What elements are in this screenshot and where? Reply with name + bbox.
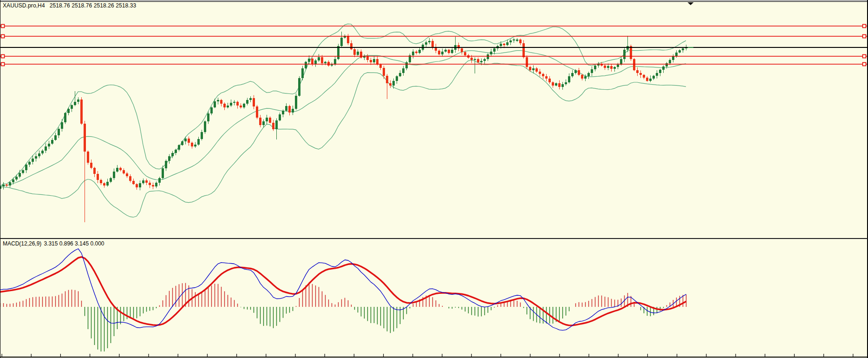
chart-shift-marker [688, 2, 694, 5]
macd-values: 3.315 0.896 3.145 0.000 [44, 240, 104, 247]
hline-handle[interactable] [1, 25, 5, 28]
macd-indicator-label: MACD(12,26,9)3.315 0.896 3.145 0.000 [3, 240, 104, 247]
chart-ohlc-label: XAUUSD.pro,H42518.76 2518.76 2518.26 251… [3, 2, 136, 9]
symbol-period-label: XAUUSD.pro,H4 [3, 2, 45, 9]
macd-lines-layer [0, 249, 686, 330]
hline-handle[interactable] [1, 55, 5, 58]
chart-frame-left [0, 0, 0, 358]
candles-layer [0, 32, 687, 222]
ohlc-values: 2518.76 2518.76 2518.26 2518.33 [50, 2, 137, 9]
panel-divider[interactable] [0, 238, 868, 239]
mt4-chart-window: XAUUSD.pro,H42518.76 2518.76 2518.26 251… [0, 0, 868, 358]
level-lines-layer[interactable] [0, 25, 868, 66]
chart-frame-bottom [0, 357, 868, 358]
hline-handle[interactable] [1, 35, 5, 38]
macd-name: MACD(12,26,9) [3, 240, 41, 247]
price-and-macd-plot[interactable] [0, 0, 868, 358]
hline-handle[interactable] [1, 63, 5, 66]
hline-handle[interactable] [863, 63, 866, 66]
shift-triangle-icon [688, 2, 694, 5]
macd-histogram-layer [0, 283, 686, 351]
hline-handle[interactable] [863, 25, 866, 28]
hline-handle[interactable] [863, 35, 866, 38]
chart-frame-top [0, 1, 868, 2]
hline-handle[interactable] [863, 55, 866, 58]
bollinger-bands-layer [0, 24, 686, 217]
macd-signal-line [0, 257, 686, 325]
